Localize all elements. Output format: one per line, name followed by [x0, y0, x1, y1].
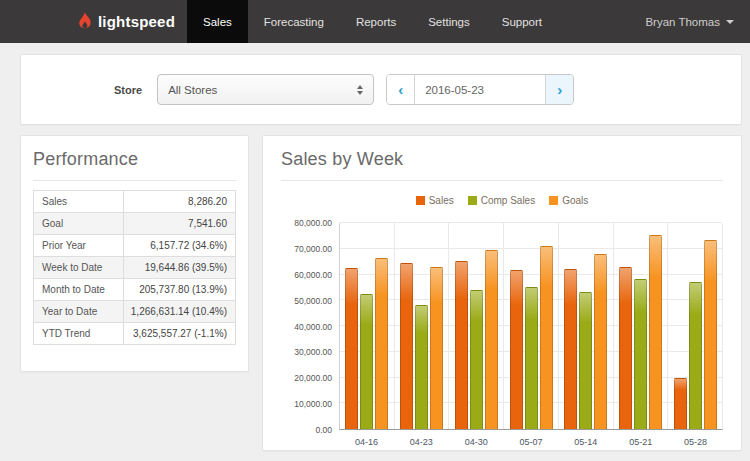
bar-goals-05-28[interactable] [704, 240, 717, 429]
bar-group-05-07 [504, 223, 559, 429]
performance-row-year-to-date: Year to Date1,266,631.14 (10.4%) [34, 301, 235, 323]
bar-group-04-30 [449, 223, 504, 429]
metric-label: Sales [34, 191, 124, 212]
bar-group-05-21 [614, 223, 669, 429]
bar-sales-04-30[interactable] [455, 261, 468, 429]
chevron-down-icon [726, 20, 734, 24]
filter-bar: Store All Stores ‹ › [20, 54, 742, 125]
legend-label: Goals [562, 195, 588, 206]
date-input[interactable] [415, 75, 545, 104]
y-tick-label: 30,000.00 [294, 347, 332, 357]
metric-label: Prior Year [34, 235, 124, 256]
bar-sales-04-16[interactable] [345, 268, 358, 429]
plot-area [339, 223, 723, 430]
nav-item-sales[interactable]: Sales [187, 0, 248, 43]
performance-row-sales: Sales8,286.20 [34, 191, 235, 213]
nav-item-support[interactable]: Support [486, 0, 558, 43]
metric-value: 6,157.72 (34.6%) [124, 240, 235, 251]
x-axis: 04-1604-2304-3005-0705-1405-2105-28 [339, 437, 723, 447]
bar-sales-04-23[interactable] [400, 263, 413, 429]
x-tick-label: 05-07 [504, 437, 559, 447]
x-tick-label: 04-30 [449, 437, 504, 447]
bar-comp-sales-04-30[interactable] [470, 290, 483, 429]
metric-label: Month to Date [34, 279, 124, 300]
metric-value: 19,644.86 (39.5%) [124, 262, 235, 273]
x-tick-label: 04-16 [339, 437, 394, 447]
bar-group-04-16 [340, 223, 395, 429]
chart-area: 0.0010,000.0020,000.0030,000.0040,000.00… [281, 223, 723, 430]
store-label: Store [114, 84, 142, 96]
x-tick-label: 05-14 [558, 437, 613, 447]
nav-item-forecasting[interactable]: Forecasting [248, 0, 340, 43]
bar-comp-sales-05-07[interactable] [525, 287, 538, 429]
store-select[interactable]: All Stores [157, 74, 374, 105]
legend-label: Sales [429, 195, 454, 206]
metric-value: 1,266,631.14 (10.4%) [124, 306, 235, 317]
bar-comp-sales-04-23[interactable] [415, 305, 428, 429]
y-axis: 0.0010,000.0020,000.0030,000.0040,000.00… [281, 223, 339, 430]
divider [281, 180, 723, 181]
brand-logo[interactable]: lightspeed [78, 0, 175, 43]
bar-goals-04-23[interactable] [430, 267, 443, 429]
select-arrows-icon [357, 85, 363, 95]
legend-label: Comp Sales [481, 195, 535, 206]
bar-groups [340, 223, 722, 429]
performance-table: Sales8,286.20Goal7,541.60Prior Year6,157… [33, 190, 236, 345]
performance-row-week-to-date: Week to Date19,644.86 (39.5%) [34, 257, 235, 279]
metric-label: Goal [34, 213, 124, 234]
user-menu[interactable]: Bryan Thomas [645, 0, 734, 43]
top-navbar: lightspeed SalesForecastingReportsSettin… [0, 0, 750, 43]
performance-panel: Performance Sales8,286.20Goal7,541.60Pri… [20, 135, 249, 372]
y-tick-label: 0.00 [315, 425, 332, 435]
bar-sales-05-28[interactable] [674, 378, 687, 429]
x-tick-label: 05-21 [613, 437, 668, 447]
chart-title: Sales by Week [281, 149, 723, 170]
bar-goals-05-21[interactable] [649, 235, 662, 429]
performance-row-ytd-trend: YTD Trend3,625,557.27 (-1.1%) [34, 323, 235, 345]
x-tick-label: 05-28 [668, 437, 723, 447]
bar-goals-05-14[interactable] [594, 254, 607, 429]
divider [33, 180, 236, 181]
legend-item-comp-sales[interactable]: Comp Sales [468, 195, 535, 206]
metric-label: Year to Date [34, 301, 124, 322]
date-prev-button[interactable]: ‹ [387, 75, 415, 104]
flame-icon [78, 12, 92, 31]
bar-sales-05-14[interactable] [564, 269, 577, 429]
date-picker: ‹ › [386, 74, 574, 105]
chart-legend: SalesComp SalesGoals [281, 194, 723, 206]
bar-group-05-28 [668, 223, 722, 429]
metric-value: 7,541.60 [124, 218, 235, 229]
nav-item-settings[interactable]: Settings [412, 0, 486, 43]
legend-item-sales[interactable]: Sales [416, 195, 454, 206]
y-tick-label: 60,000.00 [294, 270, 332, 280]
y-tick-label: 40,000.00 [294, 322, 332, 332]
metric-value: 8,286.20 [124, 196, 235, 207]
store-select-value: All Stores [168, 84, 217, 96]
metric-value: 205,737.80 (13.9%) [124, 284, 235, 295]
bar-sales-05-21[interactable] [619, 267, 632, 429]
main-nav: SalesForecastingReportsSettingsSupport [187, 0, 558, 43]
legend-swatch-icon [468, 196, 477, 205]
bar-comp-sales-05-28[interactable] [689, 282, 702, 429]
date-next-button[interactable]: › [545, 75, 573, 104]
performance-row-prior-year: Prior Year6,157.72 (34.6%) [34, 235, 235, 257]
bar-goals-04-16[interactable] [375, 258, 388, 429]
bar-group-05-14 [559, 223, 614, 429]
y-tick-label: 50,000.00 [294, 296, 332, 306]
bar-sales-05-07[interactable] [510, 270, 523, 429]
y-tick-label: 10,000.00 [294, 399, 332, 409]
legend-swatch-icon [416, 196, 425, 205]
bar-comp-sales-04-16[interactable] [360, 294, 373, 429]
metric-value: 3,625,557.27 (-1.1%) [124, 328, 235, 339]
bar-goals-05-07[interactable] [540, 246, 553, 429]
performance-title: Performance [33, 149, 236, 170]
nav-item-reports[interactable]: Reports [340, 0, 412, 43]
bar-goals-04-30[interactable] [485, 250, 498, 429]
bar-comp-sales-05-21[interactable] [634, 279, 647, 429]
x-tick-label: 04-23 [394, 437, 449, 447]
bar-comp-sales-05-14[interactable] [579, 292, 592, 430]
sales-by-week-panel: Sales by Week SalesComp SalesGoals 0.001… [262, 135, 742, 451]
legend-item-goals[interactable]: Goals [549, 195, 588, 206]
performance-row-goal: Goal7,541.60 [34, 213, 235, 235]
metric-label: Week to Date [34, 257, 124, 278]
